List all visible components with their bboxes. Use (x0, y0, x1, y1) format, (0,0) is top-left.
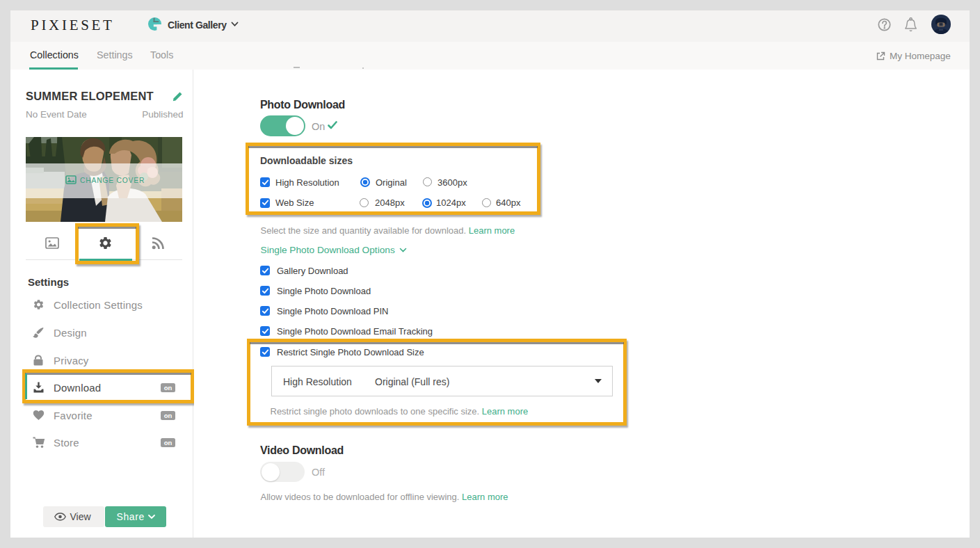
svg-text:CHANGE COVER: CHANGE COVER (80, 177, 145, 184)
